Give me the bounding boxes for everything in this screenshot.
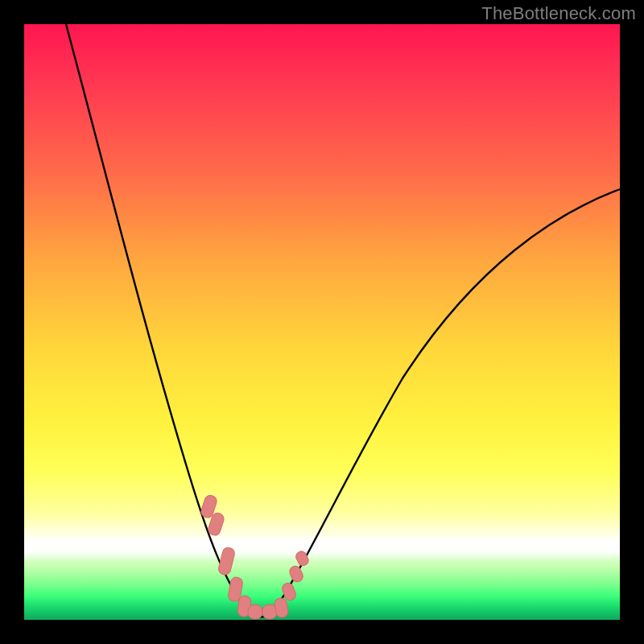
outer-frame: TheBottleneck.com <box>0 0 644 644</box>
svg-rect-5 <box>248 605 262 619</box>
curve-layer <box>24 24 620 620</box>
curve-right-branch <box>272 189 620 613</box>
plot-area <box>24 24 620 620</box>
svg-rect-9 <box>288 564 305 584</box>
svg-rect-2 <box>217 547 236 576</box>
watermark-text: TheBottleneck.com <box>481 3 636 24</box>
marker-group <box>200 494 310 619</box>
